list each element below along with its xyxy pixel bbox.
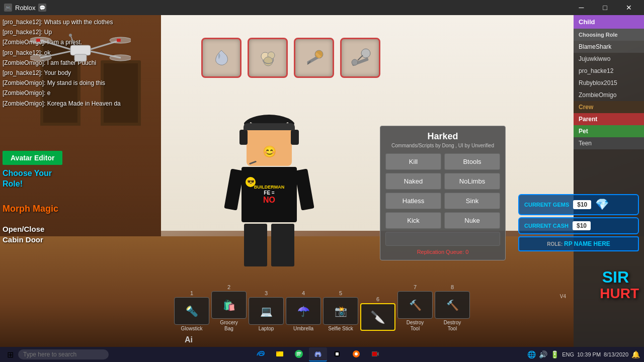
crew-role: Crew: [574, 101, 644, 113]
svg-point-18: [110, 55, 131, 61]
hotbar-label-8: DestroyTool: [435, 320, 470, 332]
hotbar-item-8[interactable]: 🔨: [435, 291, 470, 319]
hotbar-label-3: Laptop: [249, 326, 284, 332]
maximize-button[interactable]: □: [594, 0, 616, 15]
hotbar-num-5: 5: [323, 290, 358, 296]
svg-line-9: [358, 55, 363, 60]
date-label: 8/13/2020: [604, 351, 628, 357]
teen-role: Teen: [574, 137, 644, 149]
hotbar-icon-7: 🔨: [409, 299, 422, 311]
hotbar-label-1: Glowstick: [174, 326, 209, 332]
hotbar-item-6[interactable]: 🔪: [360, 303, 395, 331]
hotbar-item-5[interactable]: 📸: [323, 297, 358, 325]
hotbar-slot-8[interactable]: 8 🔨 DestroyTool: [435, 284, 470, 332]
hotbar-num-8: 8: [435, 284, 470, 290]
cabin-door-text1: Open/Close: [3, 224, 44, 234]
hotbar-num-2: 2: [211, 284, 247, 290]
drone: [30, 30, 131, 72]
kick-button[interactable]: Kick: [385, 212, 441, 229]
volume-icon: 🔊: [539, 350, 547, 358]
player-rubyblox[interactable]: Rubyblox2015: [574, 77, 644, 89]
hotbar-num-3: 3: [249, 290, 284, 296]
chat-message: [ZombieOmigo]: My stand is doing this: [3, 78, 169, 88]
cabin-door-label: Open/Close Cabin Door: [3, 224, 44, 245]
kill-button[interactable]: Kill: [385, 153, 441, 170]
hotbar-icon-2: 🛍️: [223, 299, 235, 311]
hotbar-item-2[interactable]: 🛍️: [211, 291, 247, 319]
hotbar-item-3[interactable]: 💻: [249, 297, 284, 325]
taskbar-roblox[interactable]: [328, 347, 346, 361]
network-icon: 🌐: [527, 350, 536, 358]
hotbar-slot-6[interactable]: 6 🔪: [360, 296, 395, 332]
harked-input[interactable]: [385, 232, 500, 246]
choosing-role-label: Choosing Role: [574, 29, 644, 41]
player-blameshark[interactable]: BlameShark: [574, 41, 644, 53]
btools-button[interactable]: Btools: [444, 153, 500, 170]
hotbar-icon-1: 🔦: [186, 305, 198, 317]
notification-icon[interactable]: 🔔: [631, 350, 640, 358]
start-button[interactable]: ⊞: [4, 348, 16, 360]
svg-point-23: [69, 34, 72, 37]
hotbar-num-1: 1: [174, 290, 209, 296]
svg-rect-19: [36, 39, 40, 42]
hotbar-slot-4[interactable]: 4 ☂️ Umbrella: [286, 290, 321, 332]
titlebar-controls: ─ □ ✕: [570, 0, 640, 15]
sink-button[interactable]: Sink: [444, 193, 500, 209]
svg-point-32: [355, 352, 358, 355]
tool-slot-1[interactable]: [201, 38, 242, 78]
tool-slot-2[interactable]: [248, 38, 288, 78]
hotbar-item-4[interactable]: ☂️: [286, 297, 321, 325]
hotbar-item-7[interactable]: 🔨: [397, 291, 433, 319]
taskbar-explorer[interactable]: [271, 347, 289, 361]
hotbar-label-5: Selfie Stick: [323, 326, 358, 332]
taskbar-discord[interactable]: [309, 347, 327, 361]
hotbar-slot-1[interactable]: 1 🔦 Glowstick: [174, 290, 209, 332]
chat-icon[interactable]: 💬: [38, 4, 46, 12]
language-label: ENG: [562, 351, 574, 357]
hotbar-label-7: DestroyTool: [397, 320, 433, 332]
hotbar-item-1[interactable]: 🔦: [174, 297, 209, 325]
top-toolbar: [201, 38, 380, 78]
avatar-editor-button[interactable]: Avatar Editor: [3, 151, 62, 165]
harked-subtitle: Commands/Scripts by Dong , UI by Unverif…: [385, 143, 500, 148]
nuke-button[interactable]: Nuke: [444, 212, 500, 229]
svg-point-7: [361, 49, 370, 58]
hotbar-slot-2[interactable]: 2 🛍️ GroceryBag: [211, 284, 247, 332]
hotbar-label-4: Umbrella: [286, 326, 321, 332]
player-jujuwkiwwo[interactable]: Jujuwkiwwo: [574, 53, 644, 65]
hotbar-num-6: 6: [360, 296, 395, 302]
hotbar-icon-5: 📸: [335, 305, 347, 317]
svg-rect-34: [372, 352, 377, 356]
svg-point-8: [352, 59, 358, 65]
hotbar-slot-3[interactable]: 3 💻 Laptop: [249, 290, 284, 332]
harked-buttons: Kill Btools Naked NoLimbs Hatless Sink K…: [385, 153, 500, 229]
choose-role-text: Choose Your: [3, 168, 52, 179]
svg-point-2: [264, 57, 273, 66]
search-bar[interactable]: [18, 349, 109, 359]
roblox-icon: 🎮: [4, 4, 12, 12]
hotbar: 1 🔦 Glowstick 2 🛍️ GroceryBag 3 💻 Laptop…: [174, 284, 470, 332]
player-zombieomigo[interactable]: ZombieOmigo: [574, 89, 644, 101]
hotbar-slot-7[interactable]: 7 🔨 DestroyTool: [397, 284, 433, 332]
taskbar-edge[interactable]: [252, 347, 270, 361]
player-pro-hacke12[interactable]: pro_hacke12: [574, 65, 644, 77]
close-button[interactable]: ✕: [617, 0, 640, 15]
choose-role-label: Choose Your Role!: [3, 168, 52, 190]
v4-badge: V4: [560, 294, 566, 299]
tool-slot-3[interactable]: [294, 38, 334, 78]
role-child-header: Child: [574, 15, 644, 29]
taskbar-browser[interactable]: [347, 347, 365, 361]
svg-point-27: [316, 353, 317, 354]
right-panel: Child Choosing Role BlameShark Jujuwkiww…: [574, 15, 644, 347]
taskbar-spotify[interactable]: [290, 347, 308, 361]
morph-magic-label[interactable]: Morph Magic: [3, 204, 58, 214]
hatless-button[interactable]: Hatless: [385, 193, 441, 209]
svg-rect-20: [117, 39, 121, 42]
hotbar-slot-5[interactable]: 5 📸 Selfie Stick: [323, 290, 358, 332]
minimize-button[interactable]: ─: [570, 0, 593, 15]
nolimbs-button[interactable]: NoLimbs: [444, 173, 500, 190]
hotbar-num-7: 7: [397, 284, 433, 290]
taskbar-video[interactable]: [366, 347, 384, 361]
naked-button[interactable]: Naked: [385, 173, 441, 190]
tool-slot-4[interactable]: [340, 38, 380, 78]
